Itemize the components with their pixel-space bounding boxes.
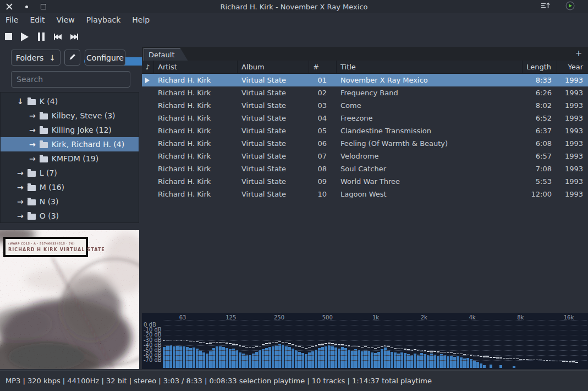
cell-length: 8:33 xyxy=(523,76,557,84)
expand-arrow-icon[interactable]: → xyxy=(17,183,24,192)
cell-artist: Richard H. Kirk xyxy=(154,190,238,198)
spectrum-bar xyxy=(486,325,489,368)
tree-item-killing[interactable]: →Killing Joke (12) xyxy=(1,123,139,137)
menu-file[interactable]: File xyxy=(6,14,25,25)
folder-icon xyxy=(28,185,36,191)
spectrum-bar xyxy=(430,325,433,368)
spectrum-peak xyxy=(575,362,578,363)
column-artist[interactable]: Artist xyxy=(154,61,238,73)
tree-item-o[interactable]: →O (3) xyxy=(1,209,139,223)
spectrum-bar xyxy=(417,325,420,368)
expand-arrow-icon[interactable]: → xyxy=(17,211,24,220)
spectrum-analyzer[interactable]: 631252505001k2k4k8k16k0 dB-10 dB-20 dB-3… xyxy=(142,313,588,369)
expand-arrow-icon[interactable]: → xyxy=(17,197,24,206)
column-title[interactable]: Title xyxy=(337,61,523,73)
expand-arrow-icon[interactable]: → xyxy=(29,140,36,149)
spectrum-peak xyxy=(255,346,258,347)
minimize-icon[interactable] xyxy=(23,3,30,10)
cell-number: 07 xyxy=(309,152,337,160)
previous-button[interactable] xyxy=(50,30,66,44)
cell-length: 6:26 xyxy=(523,89,557,97)
spectrum-bar xyxy=(437,325,439,368)
spectrum-bar xyxy=(503,325,505,368)
playlist-follow-icon[interactable] xyxy=(541,1,550,12)
play-button[interactable] xyxy=(17,30,33,44)
spectrum-peak xyxy=(311,346,314,347)
tree-item-k[interactable]: ↓K (4) xyxy=(1,94,139,108)
close-icon[interactable] xyxy=(6,3,13,10)
spectrum-bar xyxy=(183,325,185,368)
stop-button[interactable] xyxy=(0,30,17,44)
tree-item-l[interactable]: →L (7) xyxy=(1,166,139,180)
tree-item-m[interactable]: →M (16) xyxy=(1,180,139,194)
menu-edit[interactable]: Edit xyxy=(30,14,52,25)
playlist-row[interactable]: Richard H. KirkVirtual State08Soul Catch… xyxy=(142,162,588,175)
column-year[interactable]: Year xyxy=(557,61,588,73)
tree-item-kmfdm[interactable]: →KMFDM (19) xyxy=(1,151,139,166)
db-label--70dB: -70 dB xyxy=(144,357,162,363)
tab-default[interactable]: Default xyxy=(144,48,188,61)
cell-album: Virtual State xyxy=(238,177,309,186)
pause-button[interactable] xyxy=(33,30,50,44)
playlist-row[interactable]: Richard H. KirkVirtual State02Frequency … xyxy=(142,86,588,99)
edit-button[interactable] xyxy=(64,50,80,66)
spectrum-peak xyxy=(450,352,453,354)
column-length[interactable]: Length xyxy=(523,61,557,73)
playlist-row[interactable]: Richard H. KirkVirtual State05Clandestin… xyxy=(142,124,588,137)
column-album[interactable]: Album xyxy=(238,61,309,73)
playlist-row[interactable]: Richard H. KirkVirtual State03Come8:0219… xyxy=(142,99,588,112)
spectrum-bar xyxy=(315,325,317,368)
spectrum-peak xyxy=(397,349,400,350)
spectrum-bar xyxy=(189,325,192,368)
menu-view[interactable]: View xyxy=(57,14,82,25)
add-playlist-button[interactable]: + xyxy=(574,47,584,59)
spectrum-peak xyxy=(331,343,334,344)
maximize-icon[interactable] xyxy=(40,3,47,10)
app-tray-icon[interactable] xyxy=(565,1,575,13)
spectrum-peak xyxy=(523,359,525,360)
column-playing-icon[interactable]: ♪ xyxy=(142,61,154,73)
spectrum-gridline xyxy=(163,330,587,330)
spectrum-bar xyxy=(496,325,499,368)
playlist-row[interactable]: Richard H. KirkVirtual State04Freezone6:… xyxy=(142,112,588,124)
collapse-arrow-icon[interactable]: ↓ xyxy=(17,97,24,106)
expand-arrow-icon[interactable]: → xyxy=(29,154,36,163)
expand-arrow-icon[interactable]: → xyxy=(29,126,36,134)
playlist-row[interactable]: Richard H. KirkVirtual State07Velodrome6… xyxy=(142,150,588,162)
spectrum-bar xyxy=(278,325,281,368)
expand-arrow-icon[interactable]: → xyxy=(29,111,36,120)
spectrum-bar xyxy=(400,325,403,368)
playlist-row[interactable]: Richard H. KirkVirtual State06Feeling (O… xyxy=(142,137,588,150)
menu-playback[interactable]: Playback xyxy=(86,14,128,25)
search-input[interactable] xyxy=(11,71,130,88)
sidebar: Folders ↓ Configure ↓K (4)→Kilbey, Steve… xyxy=(0,47,139,370)
tree-item-kirk[interactable]: →Kirk, Richard H. (4) xyxy=(1,137,139,151)
configure-button[interactable]: Configure xyxy=(85,50,125,66)
playlist-row[interactable]: Richard H. KirkVirtual State09World War … xyxy=(142,175,588,188)
spectrum-bar xyxy=(367,325,370,368)
tree-item-n[interactable]: →N (3) xyxy=(1,194,139,209)
folder-icon xyxy=(28,214,36,220)
column-number[interactable]: # xyxy=(309,61,337,73)
spectrum-bar xyxy=(552,325,555,368)
spectrum-bar xyxy=(351,325,354,368)
playlist-row[interactable]: Richard H. KirkVirtual State01November X… xyxy=(142,74,588,86)
spectrum-peak xyxy=(206,343,208,344)
play-cursor-icon xyxy=(145,78,150,83)
next-button[interactable] xyxy=(66,30,83,44)
tree-item-kilbey[interactable]: →Kilbey, Steve (3) xyxy=(1,108,139,123)
spectrum-bar xyxy=(364,325,367,368)
cell-title: November X Ray Mexico xyxy=(337,76,523,84)
expand-arrow-icon[interactable]: → xyxy=(17,169,24,177)
menu-help[interactable]: Help xyxy=(132,14,157,25)
spectrum-bar xyxy=(572,325,575,368)
spectrum-bar xyxy=(499,325,502,368)
folders-dropdown[interactable]: Folders ↓ xyxy=(11,50,61,66)
cell-year: 1993 xyxy=(557,177,588,186)
cell-album: Virtual State xyxy=(238,152,309,160)
spectrum-peak xyxy=(212,343,215,344)
spectrum-gridline xyxy=(163,335,587,335)
playlist-row[interactable]: Richard H. KirkVirtual State10Lagoon Wes… xyxy=(142,188,588,200)
cell-number: 04 xyxy=(309,114,337,122)
spectrum-bar xyxy=(262,325,265,368)
